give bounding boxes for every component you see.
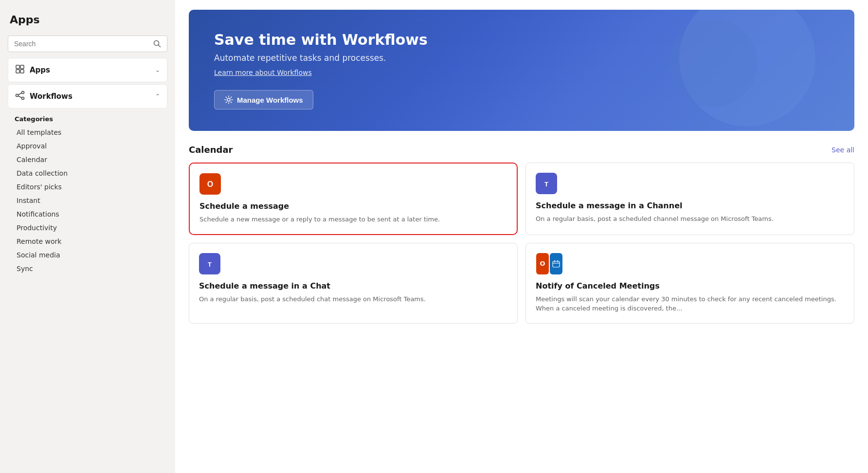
apps-chevron-icon: ⌄ bbox=[155, 67, 160, 73]
svg-text:T: T bbox=[208, 261, 212, 268]
card-title: Schedule a message in a Channel bbox=[536, 201, 844, 210]
svg-rect-3 bbox=[20, 65, 24, 69]
categories-label: Categories bbox=[15, 115, 161, 123]
sidebar-item-workflows[interactable]: Workflows ⌃ bbox=[8, 84, 167, 109]
sidebar-category-item[interactable]: Productivity bbox=[15, 221, 161, 235]
svg-rect-18 bbox=[553, 261, 560, 267]
search-input[interactable] bbox=[14, 40, 149, 48]
sidebar-category-item[interactable]: Notifications bbox=[15, 207, 161, 221]
office-icon: O bbox=[536, 253, 549, 274]
card-icon-teams: T bbox=[536, 173, 557, 194]
sidebar-category-item[interactable]: Instant bbox=[15, 194, 161, 207]
sidebar-item-apps[interactable]: Apps ⌄ bbox=[8, 58, 167, 82]
card-title: Notify of Canceled Meetings bbox=[536, 281, 844, 291]
card-description: Schedule a new message or a reply to a m… bbox=[199, 215, 507, 224]
card-icon-office: O bbox=[199, 173, 221, 195]
svg-point-8 bbox=[22, 97, 24, 100]
calendar-icon bbox=[550, 253, 562, 274]
apps-label: Apps bbox=[30, 66, 50, 74]
sidebar-category-item[interactable]: Remote work bbox=[15, 235, 161, 248]
workflows-icon bbox=[15, 91, 25, 102]
manage-workflows-button[interactable]: Manage Workflows bbox=[214, 90, 313, 109]
workflows-label: Workflows bbox=[30, 92, 72, 101]
apps-icon bbox=[15, 64, 25, 76]
category-list: All templatesApprovalCalendarData collec… bbox=[15, 126, 161, 275]
categories-section: Categories All templatesApprovalCalendar… bbox=[8, 109, 167, 277]
manage-workflows-label: Manage Workflows bbox=[237, 96, 303, 104]
svg-point-7 bbox=[22, 91, 24, 94]
card-title: Schedule a message bbox=[199, 201, 507, 211]
svg-rect-2 bbox=[16, 65, 19, 69]
card-description: On a regular basis, post a scheduled cha… bbox=[536, 214, 844, 224]
card-icon-teams: T bbox=[199, 253, 220, 274]
sidebar-category-item[interactable]: Approval bbox=[15, 139, 161, 153]
svg-line-1 bbox=[159, 45, 161, 47]
card-notify-cancelled[interactable]: O Notify of Canceled Meetings Meetings w… bbox=[525, 243, 854, 324]
workflows-chevron-icon: ⌃ bbox=[155, 93, 160, 100]
cards-grid: O Schedule a message Schedule a new mess… bbox=[189, 163, 854, 324]
card-title: Schedule a message in a Chat bbox=[199, 281, 507, 291]
card-description: Meetings will scan your calendar every 3… bbox=[536, 294, 844, 313]
card-icon-multi: O bbox=[536, 253, 563, 274]
sidebar-title: Apps bbox=[8, 10, 167, 32]
workflows-section: Workflows ⌃ Categories All templatesAppr… bbox=[8, 84, 167, 277]
hero-banner: Save time with Workflows Automate repeti… bbox=[189, 10, 854, 131]
see-all-link[interactable]: See all bbox=[832, 146, 854, 154]
svg-rect-4 bbox=[16, 70, 19, 73]
sidebar-category-item[interactable]: All templates bbox=[15, 126, 161, 139]
card-schedule-channel[interactable]: T Schedule a message in a Channel On a r… bbox=[525, 163, 854, 235]
sidebar-category-item[interactable]: Data collection bbox=[15, 166, 161, 180]
search-box[interactable] bbox=[8, 36, 167, 52]
main-content: Save time with Workflows Automate repeti… bbox=[175, 0, 868, 473]
card-schedule-message[interactable]: O Schedule a message Schedule a new mess… bbox=[189, 163, 518, 235]
svg-text:O: O bbox=[207, 180, 213, 188]
svg-text:T: T bbox=[544, 181, 548, 188]
calendar-section-title: Calendar bbox=[189, 145, 233, 155]
sidebar-category-item[interactable]: Social media bbox=[15, 248, 161, 262]
sidebar-category-item[interactable]: Editors' picks bbox=[15, 180, 161, 194]
sidebar-category-item[interactable]: Calendar bbox=[15, 153, 161, 166]
svg-line-10 bbox=[18, 96, 22, 98]
sidebar-category-item[interactable]: Sync bbox=[15, 262, 161, 275]
gear-icon bbox=[224, 95, 233, 104]
card-description: On a regular basis, post a scheduled cha… bbox=[199, 294, 507, 304]
search-icon bbox=[153, 40, 161, 48]
sidebar: Apps Apps ⌄ bbox=[0, 0, 175, 473]
svg-line-9 bbox=[18, 93, 22, 95]
hero-learn-more-link[interactable]: Learn more about Workflows bbox=[214, 69, 829, 76]
hero-subtitle: Automate repetitive tasks and processes. bbox=[214, 53, 829, 63]
svg-point-6 bbox=[16, 94, 18, 97]
nav-section: Apps ⌄ Workflows bbox=[8, 58, 167, 277]
hero-title: Save time with Workflows bbox=[214, 31, 829, 48]
calendar-section-header: Calendar See all bbox=[189, 145, 854, 155]
card-schedule-chat[interactable]: T Schedule a message in a Chat On a regu… bbox=[189, 243, 518, 324]
svg-point-11 bbox=[227, 98, 230, 101]
svg-rect-5 bbox=[20, 70, 24, 73]
